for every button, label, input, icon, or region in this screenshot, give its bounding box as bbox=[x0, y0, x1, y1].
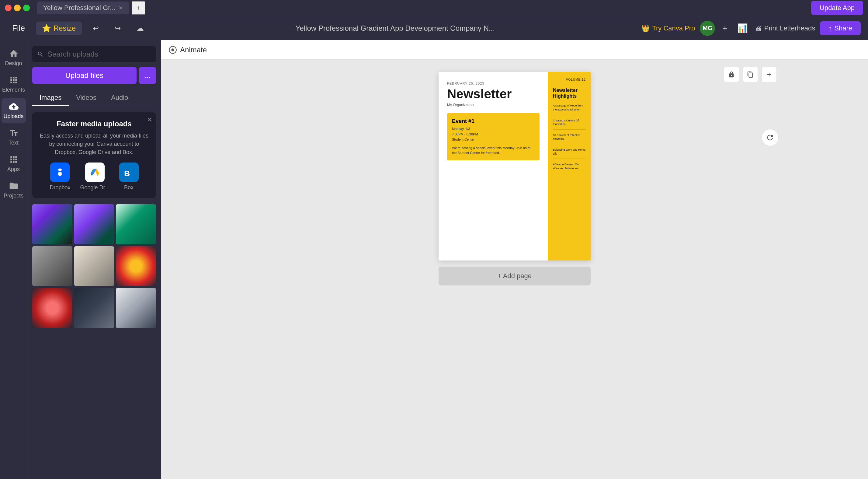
add-icon bbox=[766, 71, 773, 78]
googledrive-label: Google Dr... bbox=[80, 184, 110, 191]
main-layout: Design Elements Uploads Text Apps Projec… bbox=[0, 40, 868, 479]
tab-close-icon[interactable]: ✕ bbox=[119, 5, 123, 11]
refresh-button[interactable] bbox=[762, 129, 779, 146]
svg-point-2 bbox=[171, 49, 174, 51]
more-options-button[interactable]: ... bbox=[139, 67, 156, 84]
avatar[interactable]: MG bbox=[700, 21, 715, 36]
lock-button[interactable] bbox=[724, 67, 739, 82]
googledrive-service[interactable]: Google Dr... bbox=[80, 162, 110, 191]
analytics-button[interactable]: 📊 bbox=[735, 21, 750, 36]
upload-files-button[interactable]: Upload files bbox=[32, 67, 136, 84]
minimize-window-btn[interactable] bbox=[14, 5, 21, 11]
search-input[interactable] bbox=[48, 50, 151, 58]
highlight-item-1: A Message of Hope from the Executive Dir… bbox=[553, 104, 586, 115]
share-button[interactable]: ↑ Share bbox=[820, 21, 861, 35]
image-grid bbox=[32, 204, 156, 328]
add-user-button[interactable]: + bbox=[720, 21, 730, 36]
newsletter-document[interactable]: FEBRUARY 25, 2023 Newsletter My Organiza… bbox=[439, 72, 591, 261]
sidebar-item-design[interactable]: Design bbox=[2, 45, 26, 70]
hide-panel-button[interactable]: ‹ bbox=[158, 251, 161, 268]
box-label: Box bbox=[124, 184, 133, 191]
sidebar-item-uploads[interactable]: Uploads bbox=[2, 98, 26, 123]
highlights-title: Newsletter Highlights bbox=[553, 87, 586, 99]
file-menu-button[interactable]: File bbox=[7, 21, 30, 35]
uploads-panel: Upload files ... Images Videos Audio ✕ F… bbox=[27, 40, 161, 479]
duplicate-button[interactable] bbox=[743, 67, 758, 82]
refresh-icon bbox=[766, 133, 774, 142]
event-box: Event #1 Monday, 4/3 7:00PM - 8:30PM Stu… bbox=[447, 113, 539, 160]
popup-description: Easily access and upload all your media … bbox=[39, 132, 149, 156]
animate-bar: Animate bbox=[161, 40, 868, 60]
text-icon bbox=[9, 128, 19, 138]
sidebar-item-projects[interactable]: Projects bbox=[2, 177, 26, 203]
event-meta: Monday, 4/3 7:00PM - 8:30PM Student Cent… bbox=[452, 126, 535, 143]
left-nav: Design Elements Uploads Text Apps Projec… bbox=[0, 40, 27, 479]
undo-icon: ↩ bbox=[93, 24, 99, 33]
home-icon bbox=[9, 49, 19, 58]
list-item[interactable] bbox=[32, 204, 72, 244]
sidebar-item-label: Uploads bbox=[3, 113, 23, 120]
volume-label: VOLUME 12 bbox=[553, 78, 586, 81]
event-title: Event #1 bbox=[452, 118, 535, 124]
highlight-item-2: Creating a Culture Of Innovation bbox=[553, 119, 586, 130]
list-item[interactable] bbox=[116, 288, 156, 328]
redo-button[interactable]: ↪ bbox=[110, 22, 126, 35]
crown-icon: 👑 bbox=[642, 24, 650, 32]
print-button[interactable]: 🖨 Print Letterheads bbox=[755, 24, 815, 32]
list-item[interactable] bbox=[74, 288, 114, 328]
dropbox-label: Dropbox bbox=[50, 184, 70, 191]
media-popup: ✕ Faster media uploads Easily access and… bbox=[32, 112, 156, 198]
tab-label: Yellow Professional Gr... bbox=[43, 4, 116, 12]
add-page-button[interactable]: + Add page bbox=[439, 267, 591, 286]
maximize-window-btn[interactable] bbox=[23, 5, 30, 11]
list-item[interactable] bbox=[74, 204, 114, 244]
print-icon: 🖨 bbox=[755, 24, 762, 32]
redo-icon: ↪ bbox=[115, 24, 121, 33]
document-title: Yellow Professional Gradient App Develop… bbox=[155, 24, 636, 33]
close-popup-button[interactable]: ✕ bbox=[147, 116, 152, 124]
toolbar: File ⭐ Resize ↩ ↪ ☁ Yellow Professional … bbox=[0, 16, 868, 40]
active-tab[interactable]: Yellow Professional Gr... ✕ bbox=[37, 2, 129, 14]
box-service[interactable]: B Box bbox=[119, 162, 139, 191]
lock-icon bbox=[728, 71, 735, 78]
event-description: We're hosting a special event this Monda… bbox=[452, 146, 535, 155]
canvas-toolbar bbox=[724, 67, 777, 82]
list-item[interactable] bbox=[74, 246, 114, 287]
tab-audio[interactable]: Audio bbox=[104, 90, 135, 106]
upload-files-row: Upload files ... bbox=[32, 67, 156, 84]
resize-button[interactable]: ⭐ Resize bbox=[36, 22, 82, 35]
list-item[interactable] bbox=[116, 246, 156, 287]
add-section-button[interactable] bbox=[762, 67, 777, 82]
list-item[interactable] bbox=[116, 204, 156, 244]
update-app-button[interactable]: Update App bbox=[811, 1, 863, 15]
highlight-item-3: 10 Secrets of Effective Meetings bbox=[553, 133, 586, 144]
svg-text:B: B bbox=[124, 169, 130, 177]
service-icons: Dropbox Google Dr... B Box bbox=[39, 162, 149, 191]
dropbox-service[interactable]: Dropbox bbox=[50, 162, 70, 191]
search-bar bbox=[32, 46, 156, 62]
tab-videos[interactable]: Videos bbox=[69, 90, 104, 106]
event-time: 7:00PM - 8:30PM bbox=[452, 132, 535, 137]
list-item[interactable] bbox=[32, 288, 72, 328]
apps-icon bbox=[9, 155, 19, 164]
cloud-save-button[interactable]: ☁ bbox=[132, 22, 149, 35]
list-item[interactable] bbox=[32, 246, 72, 287]
tab-images[interactable]: Images bbox=[32, 90, 69, 106]
new-tab-button[interactable]: + bbox=[132, 1, 145, 14]
sidebar-item-elements[interactable]: Elements bbox=[2, 71, 26, 97]
newsletter-org: My Organization bbox=[447, 103, 539, 107]
duplicate-icon bbox=[747, 71, 754, 78]
undo-button[interactable]: ↩ bbox=[88, 22, 104, 35]
try-canva-pro-button[interactable]: 👑 Try Canva Pro bbox=[642, 24, 695, 32]
googledrive-icon bbox=[85, 162, 104, 182]
search-icon bbox=[37, 51, 44, 58]
sidebar-item-text[interactable]: Text bbox=[2, 124, 26, 150]
close-window-btn[interactable] bbox=[5, 5, 11, 11]
animate-button[interactable]: Animate bbox=[168, 46, 207, 54]
animate-icon bbox=[168, 46, 177, 54]
chart-icon: 📊 bbox=[737, 24, 748, 33]
share-icon: ↑ bbox=[829, 24, 832, 32]
sidebar-item-apps[interactable]: Apps bbox=[2, 151, 26, 176]
toolbar-right: 👑 Try Canva Pro MG + 📊 🖨 Print Letterhea… bbox=[642, 21, 861, 36]
sidebar-item-label: Projects bbox=[4, 192, 23, 199]
